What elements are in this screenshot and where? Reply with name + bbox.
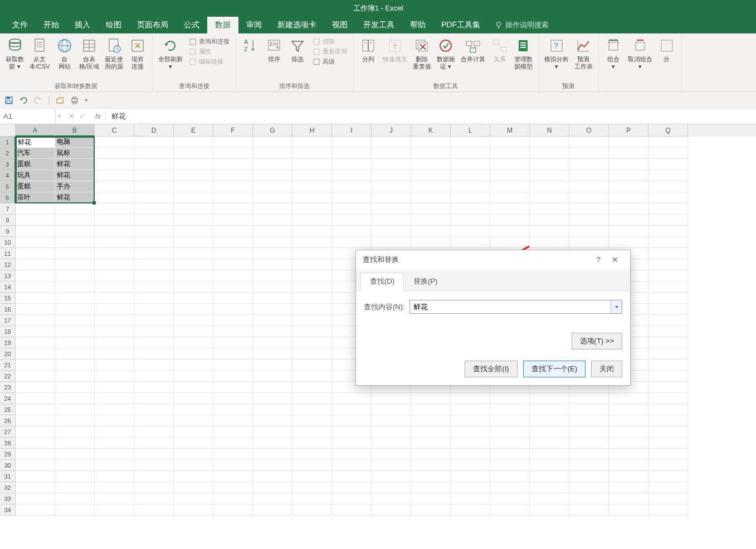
cell[interactable] [213,348,253,359]
cell[interactable] [55,493,95,504]
cell[interactable] [569,482,609,493]
cell[interactable] [134,159,174,170]
cell[interactable] [134,304,174,315]
clear-item[interactable]: 清除 [311,37,349,46]
cell[interactable] [253,170,292,181]
cell[interactable] [55,393,95,404]
cell[interactable] [55,415,95,426]
cell[interactable] [490,237,530,248]
cell[interactable] [55,248,95,259]
cell[interactable] [134,348,174,359]
cell[interactable] [490,482,530,493]
cell[interactable] [213,237,253,248]
cell[interactable] [213,248,253,259]
cell[interactable] [451,215,490,226]
cell[interactable] [569,404,609,415]
cell[interactable] [332,148,372,159]
cell[interactable] [372,148,411,159]
cell[interactable] [55,460,95,471]
cell[interactable] [55,426,95,438]
cell[interactable] [451,404,490,415]
cell[interactable]: 鲜花 [16,137,55,148]
col-header-F[interactable]: F [213,124,253,137]
cell[interactable] [134,203,174,215]
cell[interactable] [292,460,332,471]
row-header-10[interactable]: 10 [0,237,16,248]
cell[interactable] [95,348,134,359]
cell[interactable] [372,237,411,248]
cell[interactable] [55,438,95,449]
cell[interactable] [648,493,688,504]
cell[interactable] [174,192,213,203]
edit-links-item[interactable]: 编辑链接 [187,57,231,66]
cell[interactable] [16,270,55,281]
cell[interactable] [332,203,372,215]
cell[interactable] [411,504,451,516]
cell[interactable] [451,493,490,504]
cell[interactable] [332,482,372,493]
open-icon[interactable] [56,96,65,105]
cell[interactable] [609,181,648,192]
cell[interactable] [174,393,213,404]
cell[interactable] [490,504,530,516]
cell[interactable] [648,471,688,482]
cell[interactable] [411,237,451,248]
cell[interactable] [490,137,530,148]
cell[interactable] [253,237,292,248]
col-header-G[interactable]: G [253,124,292,137]
cell[interactable] [292,226,332,237]
cell[interactable] [174,203,213,215]
cell[interactable] [253,159,292,170]
cell[interactable] [174,248,213,259]
select-all-corner[interactable] [0,124,16,137]
cell[interactable] [451,504,490,516]
cell[interactable] [490,471,530,482]
cell[interactable] [16,248,55,259]
cell[interactable] [134,504,174,516]
cell[interactable] [332,192,372,203]
cell[interactable] [411,181,451,192]
cell[interactable]: 鼠标 [55,148,95,159]
cell[interactable] [213,170,253,181]
cell[interactable] [174,304,213,315]
cell[interactable] [213,482,253,493]
cell[interactable] [55,482,95,493]
cell[interactable] [95,438,134,449]
cell[interactable] [95,359,134,371]
cell[interactable] [95,382,134,393]
cell[interactable] [648,449,688,460]
cell[interactable] [134,281,174,293]
cell[interactable] [609,393,648,404]
refresh-all-button[interactable]: 全部刷新▾ [156,36,185,71]
row-header-13[interactable]: 13 [0,270,16,281]
row-header-23[interactable]: 23 [0,382,16,393]
cell[interactable] [490,215,530,226]
dialog-titlebar[interactable]: 查找和替换 ? ✕ [356,250,630,269]
cell[interactable] [16,393,55,404]
cell[interactable] [530,438,569,449]
filter-button[interactable]: 筛选 [286,36,309,64]
cell[interactable] [451,203,490,215]
cell[interactable] [16,415,55,426]
menu-tab-12[interactable]: PDF工具集 [433,17,488,33]
cell[interactable] [569,137,609,148]
cell[interactable] [332,504,372,516]
cell[interactable] [451,137,490,148]
cell[interactable] [253,426,292,438]
cell[interactable] [95,393,134,404]
cell[interactable] [213,137,253,148]
dialog-tab-1[interactable]: 替换(P) [404,273,447,290]
get-data-button[interactable]: 获取数据 ▾ [3,36,26,71]
cell[interactable] [174,293,213,304]
cell[interactable] [134,382,174,393]
cell[interactable] [569,237,609,248]
cell[interactable] [134,237,174,248]
menu-tab-8[interactable]: 新建选项卡 [270,17,324,33]
cell[interactable] [134,393,174,404]
cell[interactable] [174,426,213,438]
cell[interactable] [213,192,253,203]
cell[interactable] [411,438,451,449]
cell[interactable] [95,137,134,148]
cell[interactable] [530,449,569,460]
from-text-csv-button[interactable]: 从文本/CSV [27,36,52,71]
